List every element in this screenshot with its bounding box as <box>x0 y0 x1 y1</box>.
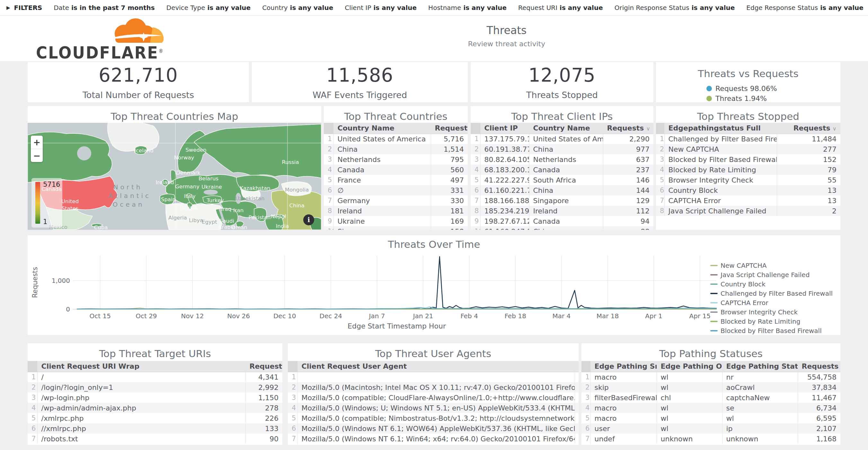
table-row[interactable]: 2New CAPTCHA277 <box>656 144 840 154</box>
column-header[interactable]: Client IP <box>480 123 529 134</box>
table-row[interactable]: 9198.27.67.120Canada94 <box>471 216 653 226</box>
chart-legend-item[interactable]: Browser Integrity Check <box>710 308 833 316</box>
map-info-icon[interactable]: i <box>303 214 314 225</box>
table-row[interactable]: 10Singapore158 <box>324 226 468 230</box>
map-zoom-out-button[interactable]: − <box>31 149 43 162</box>
table-row[interactable]: 468.183.200.167Canada237 <box>471 164 653 175</box>
table-row[interactable]: 661.160.221.73China144 <box>471 185 653 196</box>
legend-line-icon <box>710 321 718 322</box>
svg-text:Tunisia: Tunisia <box>179 204 197 211</box>
table-row[interactable]: 4Blocked by Rate Limiting79 <box>656 164 840 175</box>
column-header[interactable]: Country Name <box>334 123 431 134</box>
table-row[interactable]: 7CAPTCHA Error13 <box>656 196 840 206</box>
kpi-value: 12,075 <box>528 64 596 86</box>
column-header[interactable]: Client Request URI Wrap <box>37 361 245 372</box>
svg-text:Libya: Libya <box>189 217 203 223</box>
table-row[interactable]: 2skipwlaoCrawl37,834 <box>582 382 840 392</box>
table-row[interactable]: 1macrowlnr554,758 <box>582 372 840 382</box>
filters-toggle[interactable]: ▶ FILTERS <box>6 4 42 11</box>
table-row[interactable]: 2Mozilla/5.0 (Macintosh; Intel Mac OS X … <box>288 382 579 392</box>
table-row[interactable]: 5macrowlwl6,595 <box>582 413 840 423</box>
world-map[interactable]: Canada United States Mexico Cuba Iceland… <box>28 123 321 230</box>
column-header[interactable]: Country Name <box>529 123 603 134</box>
filter-item[interactable]: Countryis any value <box>262 4 333 11</box>
filter-item[interactable]: Dateis in the past 7 months <box>54 4 155 11</box>
table-row[interactable]: 541.222.227.98South Africa146 <box>471 175 653 185</box>
table-row[interactable]: 5Browser Integrity Check55 <box>656 175 840 185</box>
top-pathing-statuses-table: Edge Pathing SrcEdge Pathing OpEdge Path… <box>582 361 840 444</box>
svg-text:Saudi: Saudi <box>219 218 234 224</box>
column-header[interactable]: Edge Pathing Status <box>722 361 798 372</box>
table-row[interactable]: 6Country Block13 <box>656 185 840 196</box>
table-row[interactable]: 7undefunknownunknown1,168 <box>582 433 840 444</box>
table-row[interactable]: 1061.160.247.127China88 <box>471 226 653 230</box>
table-row[interactable]: 6userwlip2,107 <box>582 423 840 433</box>
table-row[interactable]: 2China1,514 <box>324 144 468 154</box>
filter-item[interactable]: Client IPis any value <box>345 4 417 11</box>
filter-item[interactable]: Origin Response Statusis any value <box>615 4 735 11</box>
column-header[interactable]: Edgepathingstatus Full <box>664 123 777 134</box>
column-header[interactable] <box>575 361 579 372</box>
table-row[interactable]: 1United States of America5,716 <box>324 134 468 144</box>
table-row[interactable]: 4Canada560 <box>324 164 468 175</box>
table-row[interactable]: 5/xmlrpc.php226 <box>28 413 282 423</box>
chart-legend-item[interactable]: Blocked by Rate Limiting <box>710 318 833 325</box>
table-row[interactable]: 1137.175.79.166United States of America2… <box>471 134 653 144</box>
kpi-threats-stopped: 12,075 Threats Stopped <box>471 62 653 102</box>
svg-text:Jan 21: Jan 21 <box>412 312 433 320</box>
column-header[interactable]: Requests∨ <box>777 123 840 134</box>
chart-legend-item[interactable]: CAPTCHA Error <box>710 299 833 307</box>
table-row[interactable]: 3Blocked by Filter Based Firewall152 <box>656 154 840 164</box>
table-row[interactable]: 6//xmlrpc.php133 <box>28 423 282 433</box>
table-row[interactable]: 2/login/?login_only=12,992 <box>28 382 282 392</box>
column-header[interactable]: Requests∨ <box>431 123 468 134</box>
filter-item[interactable]: Device Typeis any value <box>166 4 251 11</box>
table-row[interactable]: 3Mozilla/5.0 (compatible; CloudFlare-Alw… <box>288 392 579 403</box>
column-header[interactable]: Requests∨ <box>245 361 282 372</box>
table-row[interactable]: 4Mozilla/5.0 (Windows; U; Windows NT 5.1… <box>288 403 579 413</box>
filter-item[interactable]: Edge Response Statusis any value <box>746 4 864 11</box>
table-row[interactable]: 260.191.38.77China977 <box>471 144 653 154</box>
column-header[interactable]: Edge Pathing Op <box>657 361 722 372</box>
table-row[interactable]: 4macrowlse6,734 <box>582 403 840 413</box>
chart-legend-item[interactable]: Java Script Challenge Failed <box>710 271 833 279</box>
filter-item[interactable]: Request URIis any value <box>518 4 603 11</box>
column-header[interactable]: Requests∨ <box>798 361 840 372</box>
filters-label: FILTERS <box>14 4 42 11</box>
table-row[interactable]: 6Mozilla/5.0 (Windows NT 6.1; WOW64) App… <box>288 423 579 433</box>
table-row[interactable]: 1Challenged by Filter Based Firewall11,4… <box>656 134 840 144</box>
chart-legend-item[interactable]: Challenged by Filter Based Firewall <box>710 290 833 297</box>
table-row[interactable]: 5Mozilla/5.0 (compatible; Nimbostratus-B… <box>288 413 579 423</box>
map-gradient-bar <box>35 182 40 224</box>
table-row[interactable]: 9Ukraine169 <box>324 216 468 226</box>
column-header[interactable]: Edge Pathing Src <box>590 361 657 372</box>
table-row[interactable]: 7Mozilla/5.0 (Windows NT 6.1; Win64; x64… <box>288 433 579 444</box>
chart-legend-item[interactable]: New CAPTCHA <box>710 262 833 269</box>
table-row[interactable]: 8Java Script Challenge Failed2 <box>656 206 840 216</box>
column-header[interactable]: Client Request User Agent <box>298 361 575 372</box>
table-row[interactable]: 380.82.64.105Netherlands637 <box>471 154 653 164</box>
table-row[interactable]: 3Netherlands795 <box>324 154 468 164</box>
table-row[interactable]: 7/robots.txt90 <box>28 433 282 444</box>
table-row[interactable]: 3filterBasedFirewallchlcaptchaNew11,467 <box>582 392 840 403</box>
table-row[interactable]: 8185.234.219.70Ireland112 <box>471 206 653 216</box>
cloudflare-wordmark: CLOUDFLARE® <box>36 43 164 62</box>
dashboard-page: ▶ FILTERS Dateis in the past 7 monthsDev… <box>0 0 868 450</box>
filter-item[interactable]: Hostnameis any value <box>428 4 506 11</box>
table-row[interactable]: 8Ireland181 <box>324 206 468 216</box>
table-row[interactable]: 4/wp-admin/admin-ajax.php278 <box>28 403 282 413</box>
table-row[interactable]: 7188.166.188.152Singapore129 <box>471 196 653 206</box>
chart-legend-item[interactable]: Country Block <box>710 280 833 288</box>
svg-text:Feb 18: Feb 18 <box>505 312 526 320</box>
table-row[interactable]: 7Germany330 <box>324 196 468 206</box>
column-header[interactable]: Requests∨ <box>603 123 653 134</box>
svg-text:Iran: Iran <box>233 207 244 213</box>
table-row[interactable]: 1/4,341 <box>28 372 282 382</box>
table-row[interactable]: 1 <box>288 372 579 382</box>
table-row[interactable]: 5France497 <box>324 175 468 185</box>
svg-text:States: States <box>62 205 79 211</box>
table-row[interactable]: 6∅331 <box>324 185 468 196</box>
map-zoom-in-button[interactable]: + <box>31 136 43 149</box>
chart-legend-item[interactable]: Blocked by Filter Based Firewall <box>710 327 833 335</box>
table-row[interactable]: 3/wp-login.php1,150 <box>28 392 282 403</box>
